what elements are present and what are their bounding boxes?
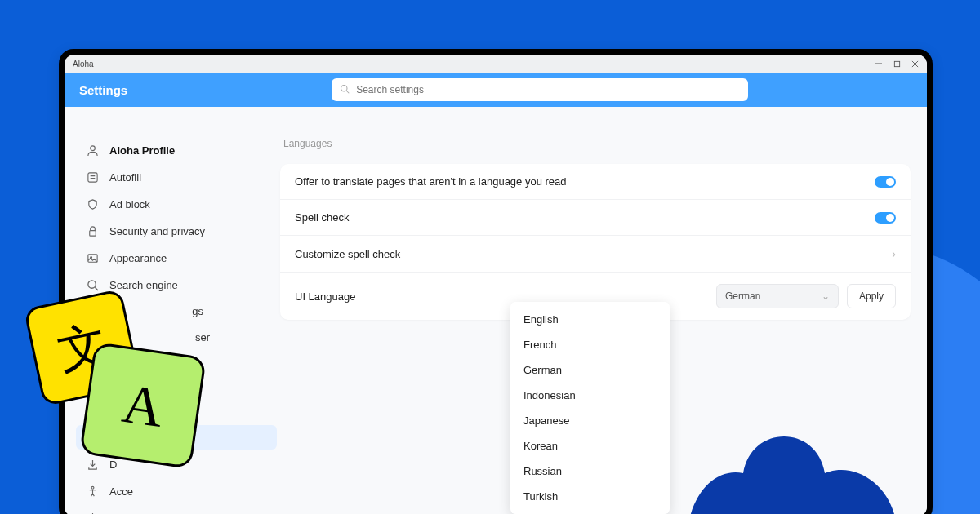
svg-point-15 <box>91 486 94 489</box>
dropdown-item[interactable]: French <box>510 332 670 357</box>
sidebar-item-label: Search engine <box>109 279 178 291</box>
close-button[interactable] <box>911 60 919 68</box>
image-icon <box>86 251 99 264</box>
chevron-right-icon: › <box>892 247 896 260</box>
row-customize-spellcheck[interactable]: Customize spell check › <box>280 236 911 273</box>
accessibility-icon <box>86 485 99 498</box>
minimize-button[interactable] <box>875 60 883 68</box>
row-spellcheck: Spell check <box>280 200 911 236</box>
spellcheck-toggle[interactable] <box>875 212 896 224</box>
shield-icon <box>86 197 99 210</box>
sidebar-item-profile[interactable]: Aloha Profile <box>76 138 277 162</box>
sidebar-item-label: ser <box>195 331 210 343</box>
row-label: Offer to translate pages that aren't in … <box>295 175 567 188</box>
sidebar-item-security[interactable]: Security and privacy <box>76 219 277 243</box>
svg-point-6 <box>90 145 95 150</box>
section-title: Languages <box>283 138 911 149</box>
svg-rect-1 <box>894 61 899 66</box>
apply-button[interactable]: Apply <box>847 284 896 308</box>
svg-rect-10 <box>89 230 96 236</box>
sidebar-item-label: Security and privacy <box>109 225 205 237</box>
autofill-icon <box>86 171 99 184</box>
settings-header: Settings <box>65 73 927 107</box>
sidebar-item-label: Autofill <box>109 171 141 184</box>
chevron-down-icon: ⌄ <box>822 290 830 302</box>
sidebar-item-autofill[interactable]: Autofill <box>76 165 277 189</box>
sidebar-item-label: Aloha Profile <box>109 144 175 157</box>
download-icon <box>86 458 99 471</box>
settings-card: Offer to translate pages that aren't in … <box>280 164 911 320</box>
svg-line-14 <box>95 287 98 290</box>
sidebar-item-label: Ad block <box>109 198 150 210</box>
search-box[interactable] <box>332 78 748 101</box>
lock-icon <box>86 224 99 237</box>
select-value: German <box>725 290 760 302</box>
search-icon <box>86 278 99 291</box>
search-input[interactable] <box>356 84 740 95</box>
search-icon <box>340 82 350 97</box>
row-label: UI Language <box>295 290 355 303</box>
svg-point-4 <box>341 86 348 92</box>
sidebar-item-system[interactable]: System <box>76 506 277 514</box>
svg-point-13 <box>87 280 95 287</box>
dropdown-item[interactable]: English <box>510 307 670 332</box>
sidebar-item-accessibility[interactable]: Acce <box>76 479 277 503</box>
sidebar-item-appearance[interactable]: Appearance <box>76 246 277 270</box>
user-icon <box>86 144 99 157</box>
page-title: Settings <box>79 83 127 97</box>
row-label: Customize spell check <box>295 248 400 260</box>
window-title: Aloha <box>73 60 94 69</box>
decorative-sticker-a: A <box>79 342 207 469</box>
language-select[interactable]: German ⌄ <box>716 284 839 308</box>
sidebar-item-adblock[interactable]: Ad block <box>76 192 277 216</box>
translate-toggle[interactable] <box>875 176 896 188</box>
decorative-blob <box>645 375 939 514</box>
sidebar-item-label: D <box>109 459 117 471</box>
sidebar-item-label: Appearance <box>109 252 167 264</box>
svg-line-5 <box>346 91 349 93</box>
row-label: Spell check <box>295 211 349 224</box>
svg-rect-7 <box>87 172 96 181</box>
sidebar-item-label: Acce <box>109 485 133 498</box>
row-translate: Offer to translate pages that aren't in … <box>280 164 911 200</box>
sidebar-item-label: gs <box>192 305 203 317</box>
titlebar: Aloha <box>65 55 927 73</box>
maximize-button[interactable] <box>893 60 901 68</box>
